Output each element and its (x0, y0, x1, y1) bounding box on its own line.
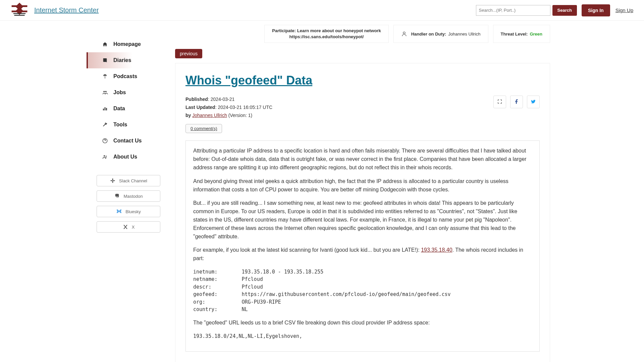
published-value: 2024-03-21 (211, 97, 235, 102)
threat-label: Threat Level: (501, 32, 528, 37)
sidebar-item-label: Jobs (113, 89, 126, 96)
para-1: Attributing a particular IP address to a… (193, 147, 532, 172)
x-icon (122, 224, 128, 230)
sidebar-item-contact[interactable]: Contact Us (87, 133, 170, 149)
svg-rect-14 (112, 181, 113, 183)
social-label: Slack Channel (119, 178, 147, 183)
twitter-icon (531, 99, 536, 105)
podcast-icon (101, 73, 109, 79)
social-bluesky[interactable]: Bluesky (97, 206, 160, 217)
people-icon (101, 154, 109, 160)
sidebar-item-label: Data (113, 106, 125, 112)
sidebar-item-label: Homepage (113, 41, 141, 47)
svg-point-4 (103, 91, 105, 92)
svg-point-2 (105, 75, 106, 76)
person-icon (401, 31, 408, 37)
brand-link[interactable]: Internet Storm Center (34, 6, 99, 14)
participate-card[interactable]: Participate: Learn more about our honeyp… (264, 25, 388, 43)
wrench-icon (101, 122, 109, 128)
share-icons (493, 96, 540, 108)
slack-icon (110, 178, 116, 183)
social-links: Slack Channel Mastodon Bluesky X (87, 175, 170, 233)
sidebar-item-podcasts[interactable]: Podcasts (87, 68, 170, 84)
article-title[interactable]: Whois "geofeed" Data (185, 73, 540, 87)
social-label: Bluesky (125, 209, 141, 214)
svg-rect-15 (113, 180, 115, 181)
social-x[interactable]: X (97, 221, 160, 233)
info-row: Participate: Learn more about our honeyp… (175, 25, 550, 43)
svg-rect-0 (13, 13, 25, 14)
sidebar: Homepage Diaries Podcasts Jobs Data (87, 25, 170, 233)
svg-rect-12 (112, 178, 113, 180)
handler-on-duty-card: Handler on Duty: Johannes Ullrich (393, 25, 488, 43)
svg-rect-6 (103, 109, 104, 110)
sidebar-item-label: Diaries (113, 57, 131, 63)
svg-rect-13 (110, 180, 112, 181)
sign-in-button[interactable]: Sign In (582, 4, 610, 16)
social-label: Mastodon (123, 194, 143, 199)
threat-value: Green (530, 32, 542, 37)
topbar: Internet Storm Center Search Sign In Sig… (0, 0, 644, 21)
updated-label: Last Updated (185, 105, 215, 110)
svg-rect-7 (105, 107, 106, 110)
published-label: Published (185, 97, 208, 102)
social-label: X (132, 225, 135, 230)
whois-block: inetnum: 193.35.18.0 - 193.35.18.255 net… (193, 268, 532, 313)
search-button[interactable]: Search (552, 5, 577, 16)
mastodon-icon (114, 193, 120, 199)
article-meta: Published: 2024-03-21 Last Updated: 2024… (185, 96, 272, 119)
comments-button[interactable]: 0 comment(s) (185, 124, 222, 133)
social-slack[interactable]: Slack Channel (97, 175, 160, 186)
svg-point-16 (403, 32, 405, 34)
para-5: The "geofeed" URL leeds us to a brief CS… (193, 319, 532, 327)
svg-point-10 (104, 155, 105, 157)
home-icon (101, 41, 109, 47)
svg-rect-8 (106, 108, 107, 110)
social-mastodon[interactable]: Mastodon (97, 190, 160, 202)
sidebar-item-tools[interactable]: Tools (87, 117, 170, 133)
jobs-icon (101, 89, 109, 96)
updated-value: 2024-03-21 16:05:17 UTC (218, 105, 272, 110)
para-2: And beyond giving threat intel geeks a q… (193, 177, 532, 194)
sidebar-item-homepage[interactable]: Homepage (87, 36, 170, 52)
article-body: Attributing a particular IP address to a… (185, 140, 540, 352)
search-input[interactable] (476, 5, 550, 16)
svg-point-11 (106, 156, 107, 157)
sidebar-item-label: Tools (113, 122, 127, 128)
sign-up-link[interactable]: Sign Up (615, 7, 633, 13)
question-icon (101, 138, 109, 144)
hod-value: Johannes Ullrich (448, 32, 480, 37)
participate-line1: Participate: Learn more about our honeyp… (272, 28, 381, 34)
previous-button[interactable]: previous (175, 49, 202, 58)
threat-level-card: Threat Level: Green (493, 25, 550, 43)
svg-rect-3 (105, 77, 105, 78)
share-facebook-button[interactable] (510, 96, 523, 108)
version: (Version: 1) (228, 113, 253, 118)
sidebar-item-diaries[interactable]: Diaries (87, 52, 170, 68)
sidebar-item-label: Podcasts (113, 73, 137, 79)
sidebar-item-label: Contact Us (113, 138, 142, 144)
share-twitter-button[interactable] (527, 96, 540, 108)
by-label: by (185, 113, 191, 118)
sans-logo[interactable] (11, 3, 28, 18)
article-card: Whois "geofeed" Data Published: 2024-03-… (175, 63, 550, 362)
sidebar-item-label: About Us (113, 154, 137, 160)
bluesky-icon (116, 209, 122, 214)
participate-line2: https://isc.sans.edu/tools/honeypot/ (289, 34, 364, 40)
para-4: For example, if you look at the latest k… (193, 246, 532, 263)
sidebar-item-jobs[interactable]: Jobs (87, 84, 170, 101)
author-link[interactable]: Johannes Ullrich (192, 113, 227, 118)
csv-block: 193.35.18.0/24,NL,NL-LI,Eygelshoven, (193, 333, 532, 340)
share-fullscreen-button[interactable] (493, 96, 506, 108)
expand-icon (497, 99, 502, 105)
book-icon (101, 57, 109, 63)
hod-label: Handler on Duty: (411, 32, 446, 37)
sidebar-item-data[interactable]: Data (87, 101, 170, 117)
main-column: Participate: Learn more about our honeyp… (175, 25, 550, 362)
ip-link[interactable]: 193.35.18.40 (421, 247, 452, 253)
facebook-icon (514, 99, 519, 105)
svg-point-5 (105, 91, 107, 92)
svg-rect-1 (14, 15, 24, 16)
chart-icon (101, 106, 109, 112)
sidebar-item-about[interactable]: About Us (87, 149, 170, 165)
